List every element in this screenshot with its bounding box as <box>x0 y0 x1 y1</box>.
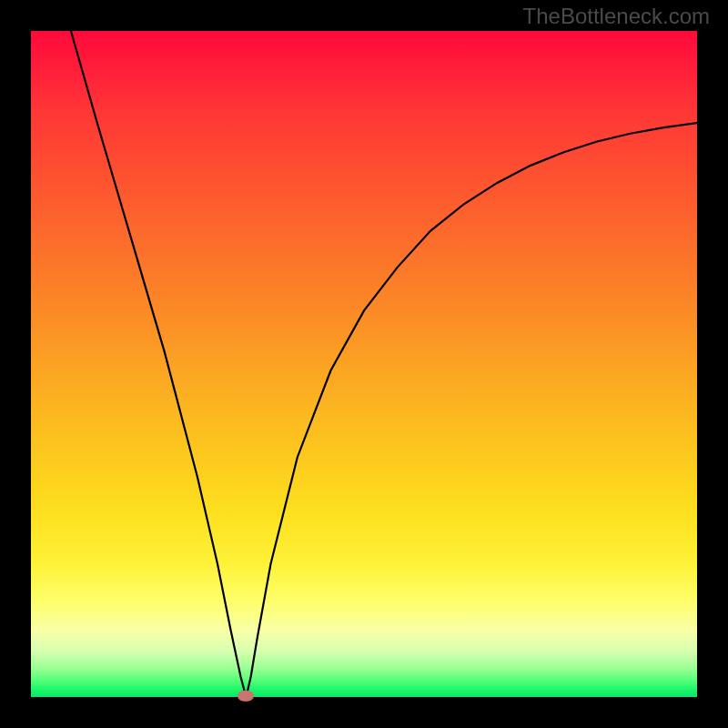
plot-area <box>31 31 697 697</box>
watermark-label: TheBottleneck.com <box>523 4 710 29</box>
bottleneck-curve <box>71 31 697 697</box>
chart-frame: TheBottleneck.com <box>0 0 728 728</box>
curve-layer <box>31 31 697 697</box>
minimum-marker <box>238 691 254 702</box>
